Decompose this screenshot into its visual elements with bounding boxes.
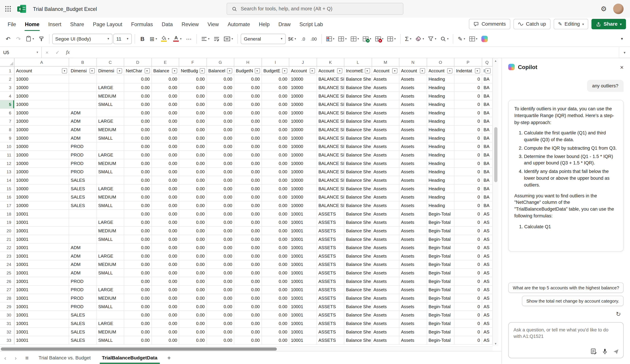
column-header-H[interactable]: H: [234, 58, 262, 67]
cell[interactable]: 0.00: [207, 311, 234, 319]
cell[interactable]: BA: [482, 117, 492, 126]
cell[interactable]: SMALL: [97, 336, 124, 345]
cell[interactable]: Assets: [372, 277, 400, 286]
filter-button[interactable]: ▾: [144, 68, 150, 73]
cell[interactable]: 10001: [289, 260, 317, 269]
cell[interactable]: 0.00: [124, 328, 152, 336]
cell[interactable]: Assets: [400, 319, 427, 328]
cell[interactable]: 0.00: [262, 142, 289, 151]
filter-button[interactable]: ▾: [172, 68, 177, 73]
insert-function-button[interactable]: fx: [63, 47, 73, 58]
filter-button[interactable]: ▾: [392, 68, 397, 73]
cell[interactable]: 0.00: [179, 294, 207, 303]
cell[interactable]: 0.00: [207, 227, 234, 235]
cell[interactable]: Assets: [372, 126, 400, 134]
filter-button[interactable]: ▾: [62, 68, 67, 73]
cell[interactable]: 0.00: [124, 176, 152, 185]
cell[interactable]: 0.00: [152, 210, 179, 218]
cell[interactable]: BALANCE SH: [317, 159, 344, 168]
cell[interactable]: 0.00: [124, 235, 152, 243]
cell[interactable]: 0.00: [179, 134, 207, 143]
cell[interactable]: SALES: [69, 311, 97, 319]
cell[interactable]: AS: [482, 235, 492, 243]
cell[interactable]: 0.00: [262, 210, 289, 218]
cell[interactable]: 0.00: [207, 260, 234, 269]
cell[interactable]: ASSETS: [317, 294, 344, 303]
cell[interactable]: 10000: [289, 201, 317, 210]
cell[interactable]: 0.00: [234, 83, 262, 92]
cell[interactable]: LARGE: [97, 117, 124, 126]
cell[interactable]: LARGE: [97, 151, 124, 159]
cell[interactable]: ADM: [69, 260, 97, 269]
table-header-cell[interactable]: NetBudg▾: [179, 66, 207, 75]
cell[interactable]: Assets: [372, 328, 400, 336]
cell[interactable]: 0.00: [152, 100, 179, 109]
row-header-13[interactable]: 13: [0, 168, 14, 176]
cell[interactable]: 0.00: [234, 176, 262, 185]
cell[interactable]: 10000: [289, 117, 317, 126]
cell[interactable]: 0: [454, 159, 482, 168]
copilot-ribbon-button[interactable]: [480, 33, 490, 44]
cell[interactable]: [97, 142, 124, 151]
cell[interactable]: 0.00: [124, 126, 152, 134]
cell[interactable]: 0.00: [152, 151, 179, 159]
cell[interactable]: 10001: [14, 336, 69, 345]
cell[interactable]: 10001: [289, 210, 317, 218]
cell[interactable]: 10000: [14, 126, 69, 134]
cell[interactable]: 0.00: [207, 303, 234, 311]
cell[interactable]: 10000: [14, 83, 69, 92]
cell[interactable]: 0.00: [262, 109, 289, 117]
cell[interactable]: 0.00: [234, 201, 262, 210]
filter-button[interactable]: ▾: [485, 68, 490, 73]
cell[interactable]: PROD: [69, 286, 97, 294]
cell[interactable]: 0: [454, 243, 482, 252]
cell[interactable]: 0.00: [152, 269, 179, 277]
cell[interactable]: 0: [454, 252, 482, 260]
cell[interactable]: 10000: [14, 168, 69, 176]
ribbon-tab-file[interactable]: File: [3, 18, 20, 31]
sort-filter-button[interactable]: ▾: [426, 33, 438, 44]
number-format-select[interactable]: General ▾: [241, 33, 286, 44]
user-avatar[interactable]: [613, 3, 624, 14]
close-icon[interactable]: ×: [620, 64, 624, 70]
cell[interactable]: 0.00: [124, 159, 152, 168]
cell[interactable]: 0.00: [152, 92, 179, 100]
cell[interactable]: Heading: [427, 185, 454, 193]
row-header-7[interactable]: 7: [0, 117, 14, 126]
cell[interactable]: 0.00: [207, 210, 234, 218]
cell[interactable]: Begin-Total: [427, 227, 454, 235]
cell[interactable]: Assets: [400, 159, 427, 168]
cell[interactable]: 0.00: [152, 109, 179, 117]
cell[interactable]: 0.00: [234, 151, 262, 159]
cell[interactable]: Assets: [372, 336, 400, 345]
table-header-cell[interactable]: BudgetE▾: [262, 66, 289, 75]
cell[interactable]: 0.00: [207, 117, 234, 126]
format-as-table-button[interactable]: ▾: [337, 33, 348, 44]
cell[interactable]: 0.00: [262, 176, 289, 185]
cell[interactable]: Balance She: [344, 260, 372, 269]
cell[interactable]: 0.00: [207, 83, 234, 92]
cell[interactable]: ASSETS: [317, 328, 344, 336]
cell[interactable]: Balance She: [344, 92, 372, 100]
cell[interactable]: 10001: [14, 328, 69, 336]
cell[interactable]: Heading: [427, 92, 454, 100]
cell[interactable]: SALES: [69, 201, 97, 210]
cell[interactable]: Assets: [372, 260, 400, 269]
cell[interactable]: 0.00: [124, 100, 152, 109]
decrease-decimal-button[interactable]: .0: [298, 33, 308, 44]
row-header-19[interactable]: 19: [0, 218, 14, 227]
cell[interactable]: 0.00: [179, 185, 207, 193]
cell[interactable]: Assets: [400, 92, 427, 100]
cell[interactable]: ADM: [69, 243, 97, 252]
cell[interactable]: 0.00: [179, 117, 207, 126]
cell[interactable]: Begin-Total: [427, 328, 454, 336]
cell[interactable]: 0.00: [152, 117, 179, 126]
font-size-select[interactable]: 11 ▾: [113, 33, 132, 44]
cell[interactable]: 10000: [14, 134, 69, 143]
cell[interactable]: Balance She: [344, 218, 372, 227]
cell[interactable]: BA: [482, 142, 492, 151]
cell[interactable]: 0.00: [152, 294, 179, 303]
cell[interactable]: 10000: [289, 75, 317, 83]
filter-button[interactable]: ▾: [365, 68, 370, 73]
cell[interactable]: 10001: [14, 303, 69, 311]
